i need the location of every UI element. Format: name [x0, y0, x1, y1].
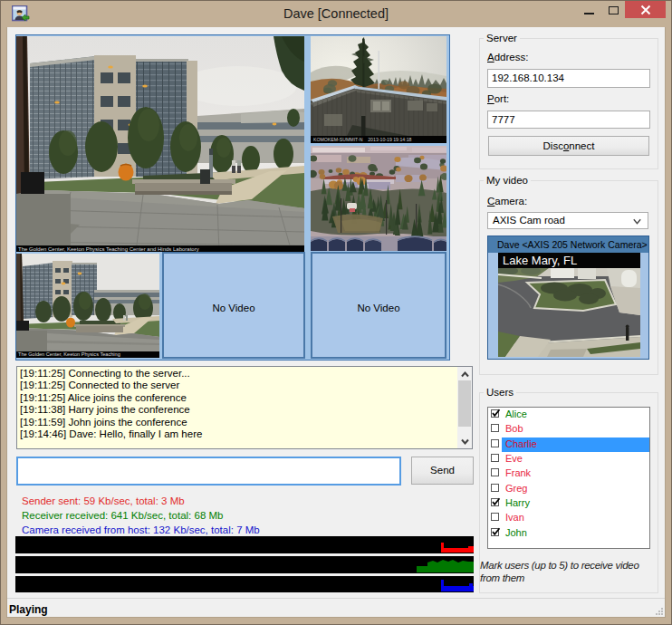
svg-text:Lake Mary, FL: Lake Mary, FL — [503, 254, 577, 267]
svg-text:KOMOKEM-SUMMIT-N 2013-10-19: KOMOKEM-SUMMIT-N 2013-10-19 19:14:18 — [313, 137, 412, 142]
svg-text:The Golden Center, Keeton Phys: The Golden Center, Keeton Physics Teachi… — [18, 246, 199, 252]
svg-text:The Golden Center, Keeton Phys: The Golden Center, Keeton Physics Teachi… — [18, 351, 120, 357]
